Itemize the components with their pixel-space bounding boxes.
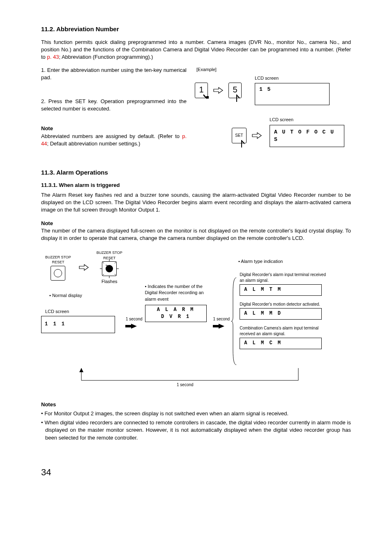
buzzer-button-open bbox=[51, 266, 65, 281]
lcd-alarm: A L A R M D V R 1 bbox=[145, 305, 207, 322]
section-11-2-intro: This function permits quick dialing prep… bbox=[41, 39, 351, 61]
lcd-normal-text: 1 1 1 bbox=[45, 321, 111, 328]
lcd-screen-2: A U T O F O C U S bbox=[270, 125, 344, 147]
section-11-3-1-para: The Alarm Reset key flashes red and a bu… bbox=[41, 191, 351, 214]
press-hand-icon bbox=[236, 94, 244, 105]
alm-md-text: A L M M D bbox=[244, 310, 282, 317]
note-text-a: Abbreviated numbers are assigned by defa… bbox=[41, 133, 182, 139]
lcd-normal: 1 1 1 bbox=[41, 316, 115, 333]
circle-open-icon bbox=[54, 269, 62, 277]
buzzer-stop-label: BUZZER STOP bbox=[45, 255, 71, 260]
reset-label: RESET bbox=[52, 260, 64, 265]
thick-arrow-icon bbox=[219, 324, 224, 329]
lcd-screen-1: 1 5 bbox=[255, 83, 330, 105]
lcd-2-text: A U T O F O C U S bbox=[274, 129, 340, 143]
note-label-2: Note bbox=[41, 220, 53, 226]
note-block-2: Note The number of the camera displayed … bbox=[41, 220, 351, 242]
one-second-label: 1 second bbox=[126, 316, 143, 322]
step-1: 1. Enter the abbreviation number using t… bbox=[41, 67, 187, 81]
svg-line-9 bbox=[102, 274, 104, 276]
alarm-type-label: • Alarm type indication bbox=[238, 258, 283, 265]
arrow-right-icon bbox=[251, 132, 262, 139]
note-label: Note bbox=[41, 125, 53, 131]
intro-text-b: ; Abbreviation (Function programming).) bbox=[59, 54, 153, 60]
example-label: [Example] bbox=[196, 67, 351, 73]
arrow-right-icon bbox=[78, 264, 89, 271]
svg-marker-0 bbox=[203, 94, 207, 99]
notes-label: Notes bbox=[41, 401, 56, 408]
lcd-1-text: 1 5 bbox=[259, 86, 271, 93]
link-p43[interactable]: p. 43 bbox=[47, 54, 59, 60]
section-11-3-1-heading: 11.3.1. When alarm is triggered bbox=[41, 182, 351, 189]
flashes-label: Flashes bbox=[101, 279, 118, 285]
lcd-alarm-line2: D V R 1 bbox=[161, 313, 190, 320]
arrow-right-icon bbox=[213, 87, 224, 94]
buzzer-reset-before: BUZZER STOP RESET bbox=[45, 255, 71, 281]
circle-filled-icon bbox=[106, 265, 113, 272]
one-second-label: 1 second bbox=[177, 382, 194, 388]
alm-tm-text: A L M T M bbox=[244, 286, 282, 293]
normal-display-label: • Normal display bbox=[49, 292, 123, 299]
one-second-label: 1 second bbox=[213, 316, 230, 322]
section-11-3-heading: 11.3. Alarm Operations bbox=[41, 168, 351, 177]
buzzer-reset-after: BUZZER STOP RESET Fla bbox=[97, 250, 122, 285]
section-11-2-heading: 11.2. Abbreviation Number bbox=[41, 25, 351, 33]
alm-cm-desc: Combination Camera's alarm input termina… bbox=[240, 325, 326, 337]
key-1: 1 bbox=[195, 83, 208, 98]
svg-marker-1 bbox=[237, 94, 240, 99]
svg-line-7 bbox=[102, 262, 104, 263]
lcd-screen-label-1: LCD screen bbox=[255, 75, 330, 81]
notes-bullet-2: • When digital video recorders are conne… bbox=[41, 419, 351, 442]
alm-tm-desc: Digital Recorder's alarm input terminal … bbox=[240, 272, 326, 283]
indicates-label: • Indicates the number of the Digital Re… bbox=[145, 283, 211, 302]
alarm-diagram: BUZZER STOP RESET BUZZER STOP RESET bbox=[41, 250, 351, 391]
note-text-b: ; Default abbreviation number settings.) bbox=[47, 140, 140, 147]
press-hand-icon bbox=[203, 94, 210, 105]
press-hand-icon bbox=[241, 140, 249, 150]
buzzer-stop-label: BUZZER STOP bbox=[97, 250, 122, 256]
svg-line-8 bbox=[115, 274, 116, 276]
buzzer-button-filled bbox=[102, 261, 117, 276]
return-line bbox=[78, 368, 341, 393]
alm-cm-text: A L M C M bbox=[244, 340, 282, 347]
page-number: 34 bbox=[41, 466, 351, 479]
note-text-2: The number of the camera displayed full-… bbox=[41, 228, 351, 241]
notes-bullet-1: • For Monitor Output 2 images, the scree… bbox=[41, 410, 351, 417]
svg-line-10 bbox=[115, 262, 116, 263]
key-5-label: 5 bbox=[233, 84, 237, 95]
svg-marker-2 bbox=[242, 140, 244, 144]
key-set-label: SET bbox=[235, 133, 243, 138]
lcd-alarm-line1: A L A R M bbox=[157, 306, 195, 313]
thick-arrow-icon bbox=[131, 324, 137, 329]
note-block: Note Abbreviated numbers are assigned by… bbox=[41, 125, 187, 147]
lcd-screen-label-2: LCD screen bbox=[270, 117, 344, 123]
svg-marker-11 bbox=[79, 368, 83, 372]
lcd-screen-label-3: LCD screen bbox=[45, 309, 123, 315]
key-1-label: 1 bbox=[199, 84, 203, 95]
alm-md-box: A L M M D bbox=[240, 308, 322, 320]
key-5: 5 bbox=[228, 83, 242, 98]
reset-label: RESET bbox=[103, 256, 115, 261]
key-set: SET bbox=[232, 128, 247, 143]
brace-icon bbox=[231, 276, 237, 366]
alm-cm-box: A L M C M bbox=[240, 338, 322, 349]
alm-md-desc: Digital Recorder's motion detector activ… bbox=[240, 302, 326, 307]
step-2: 2. Press the SET key. Operation preprogr… bbox=[41, 98, 187, 113]
alm-tm-box: A L M T M bbox=[240, 284, 322, 296]
